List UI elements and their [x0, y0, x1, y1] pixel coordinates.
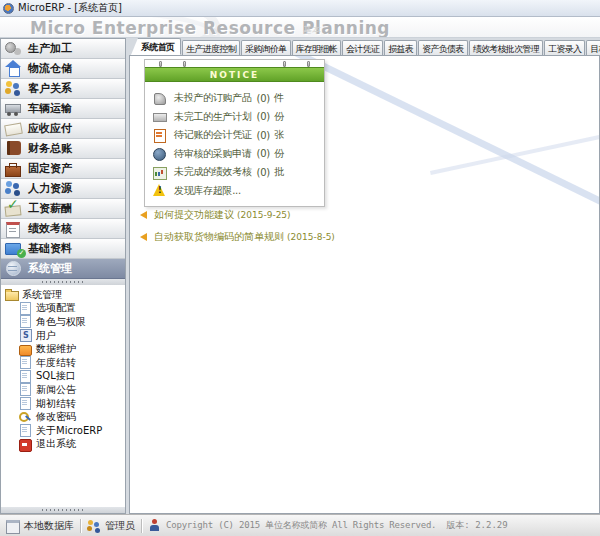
- paycheck-icon: [4, 200, 24, 217]
- tree-item-sql-interface[interactable]: SQL接口: [5, 370, 125, 384]
- tree-item-users[interactable]: 用户: [5, 329, 125, 343]
- bullet-arrow-icon: [140, 211, 147, 219]
- tab-target-plan[interactable]: 目标计划: [586, 40, 600, 55]
- tab-balance-sheet[interactable]: 资产负债表: [418, 40, 468, 55]
- notice-list: 未投产的订购产品 (0) 件 未完工的生产计划 (0) 份 待记账的: [145, 82, 324, 206]
- tree-item-roles[interactable]: 角色与权限: [5, 315, 125, 329]
- tree-label: 修改密码: [36, 410, 76, 424]
- tree-label: 新闻公告: [36, 383, 76, 397]
- sidebar-item-label: 客户关系: [28, 81, 72, 96]
- banner-title: Micro Enterprise Resource Planning: [30, 18, 390, 38]
- sidebar-item-fixed-assets[interactable]: 固定资产: [1, 159, 125, 179]
- document-icon: [19, 397, 32, 410]
- tree-item-options[interactable]: 选项配置: [5, 302, 125, 316]
- sidebar-item-transport[interactable]: 车辆运输: [1, 99, 125, 119]
- tab-income-statement[interactable]: 损益表: [384, 40, 417, 55]
- sidebar-item-customer[interactable]: 客户关系: [1, 79, 125, 99]
- notice-item-pending-purchase-requests[interactable]: 待审核的采购申请 (0) 份: [153, 145, 318, 164]
- tab-inventory-detail[interactable]: 库存明细帐: [292, 40, 342, 55]
- warehouse-icon: [4, 60, 24, 77]
- sidebar-item-hr[interactable]: 人力资源: [1, 179, 125, 199]
- tab-performance-batch[interactable]: 绩效考核批次管理: [469, 40, 543, 55]
- warning-icon: [153, 184, 167, 197]
- header-banner: Micro Enterprise Resource Planning 基本: [0, 17, 600, 38]
- status-copyright: Copyright (C) 2015 单位名称或简称 All Rights Re…: [142, 519, 514, 532]
- sidebar-item-base-data[interactable]: 基础资料: [1, 239, 125, 259]
- watermark-line: [430, 109, 600, 175]
- app-icon: [3, 3, 14, 14]
- sidebar-item-label: 车辆运输: [28, 101, 72, 116]
- notice-unit: 批: [274, 165, 284, 179]
- globe-icon: [4, 260, 24, 277]
- tree-item-change-password[interactable]: 修改密码: [5, 410, 125, 424]
- database-icon: [6, 519, 20, 532]
- tab-system-home[interactable]: 系统首页: [131, 38, 181, 55]
- notice-text: 发现库存超限...: [174, 184, 241, 198]
- title-bar: MicroERP - [系统首页]: [0, 0, 600, 17]
- tree-item-opening-carryover[interactable]: 期初结转: [5, 397, 125, 411]
- tree-root-system-admin[interactable]: 系统管理: [5, 288, 125, 302]
- people-icon: [4, 180, 24, 197]
- sidebar-item-label: 物流仓储: [28, 61, 72, 76]
- sidebar-item-production[interactable]: 生产加工: [1, 39, 125, 59]
- link-date: (2015-8-5): [287, 232, 335, 242]
- announcement-link-goods-code-rule[interactable]: 自动获取货物编码的简单规则 (2015-8-5): [140, 226, 335, 248]
- pin-icon: [159, 61, 162, 67]
- truck-icon: [4, 100, 24, 117]
- tree-item-data-maintenance[interactable]: 数据维护: [5, 342, 125, 356]
- tab-accounting-voucher[interactable]: 会计凭证: [342, 40, 383, 55]
- link-text: 如何提交功能建议: [154, 208, 234, 222]
- watermark-line: [287, 55, 600, 298]
- sidebar-item-payables[interactable]: 应收应付: [1, 119, 125, 139]
- tree-label: 退出系统: [36, 437, 76, 451]
- document-icon: [19, 356, 32, 369]
- version-text: 版本: 2.2.29: [446, 519, 507, 532]
- notice-unit: 份: [274, 110, 284, 124]
- tree-label: SQL接口: [36, 369, 76, 383]
- announcement-link-suggestions[interactable]: 如何提交功能建议 (2015-9-25): [140, 204, 335, 226]
- notice-count: (0): [257, 111, 270, 122]
- sidebar-item-performance[interactable]: 绩效考核: [1, 219, 125, 239]
- document-icon: [19, 302, 32, 315]
- tree-label: 用户: [36, 329, 56, 343]
- notice-item-unstarted-orders[interactable]: 未投产的订购产品 (0) 件: [153, 89, 318, 108]
- link-date: (2015-9-25): [237, 210, 291, 220]
- accordion-splitter[interactable]: [1, 279, 125, 285]
- notice-item-unfinished-reviews[interactable]: 未完成的绩效考核 (0) 批: [153, 163, 318, 182]
- pin-icon: [283, 61, 286, 67]
- notice-item-unfinished-plans[interactable]: 未完工的生产计划 (0) 份: [153, 108, 318, 127]
- sidebar-item-ledger[interactable]: 财务总账: [1, 139, 125, 159]
- notice-text: 待记账的会计凭证: [174, 128, 252, 142]
- users-icon: [87, 519, 101, 532]
- tab-salary-entry[interactable]: 工资录入: [544, 40, 585, 55]
- tree-item-about[interactable]: 关于MicroERP: [5, 424, 125, 438]
- pin-icon: [183, 61, 186, 67]
- tree-item-exit[interactable]: 退出系统: [5, 438, 125, 452]
- sidebar-item-payroll[interactable]: 工资薪酬: [1, 199, 125, 219]
- bullet-arrow-icon: [140, 233, 147, 241]
- sidebar-item-warehouse[interactable]: 物流仓储: [1, 59, 125, 79]
- announcement-links: 如何提交功能建议 (2015-9-25) 自动获取货物编码的简单规则 (2015…: [140, 204, 335, 248]
- home-tab-panel: NOTICE 未投产的订购产品 (0) 件 未完工的生产计划 (0) 份: [129, 55, 600, 514]
- notice-text: 未完成的绩效考核: [174, 165, 252, 179]
- sidebar-item-label: 人力资源: [28, 181, 72, 196]
- app-window: MicroERP - [系统首页] Micro Enterprise Resou…: [0, 0, 600, 536]
- document-icon: [19, 370, 32, 383]
- sidebar-item-system-admin[interactable]: 系统管理: [1, 259, 125, 279]
- tree-item-annual-carryover[interactable]: 年度结转: [5, 356, 125, 370]
- copyright-text: Copyright (C) 2015 单位名称或简称 All Rights Re…: [166, 519, 436, 532]
- hand-tool-icon: [153, 92, 167, 105]
- key-icon: [19, 411, 32, 424]
- tab-purchase-inquiry[interactable]: 采购询价单: [241, 40, 291, 55]
- document-icon: [19, 383, 32, 396]
- notice-unit: 份: [274, 147, 284, 161]
- notice-item-unposted-vouchers[interactable]: 待记账的会计凭证 (0) 张: [153, 126, 318, 145]
- status-bar: 本地数据库 管理员 Copyright (C) 2015 单位名称或简称 All…: [0, 514, 600, 536]
- folder-icon: [5, 288, 18, 301]
- notice-item-stock-limit-warning[interactable]: 发现库存超限...: [153, 182, 318, 201]
- globe-icon: [153, 147, 167, 160]
- tree-item-news[interactable]: 新闻公告: [5, 383, 125, 397]
- window-title: MicroERP - [系统首页]: [18, 1, 122, 15]
- tab-production-progress[interactable]: 生产进度控制: [182, 40, 240, 55]
- tree-bottom-splitter[interactable]: [1, 507, 125, 513]
